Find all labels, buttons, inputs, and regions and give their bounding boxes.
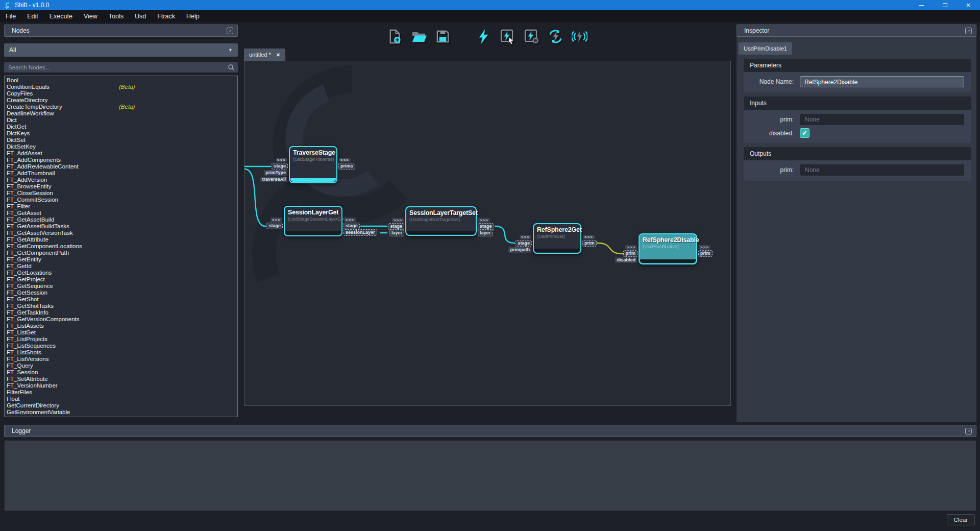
port-exec[interactable]: >>> bbox=[478, 218, 490, 223]
port-stage[interactable]: stage bbox=[478, 224, 494, 229]
port-traverseAll[interactable]: traverseAll bbox=[260, 177, 287, 182]
node-list-item[interactable]: CopyFiles bbox=[5, 90, 237, 97]
node-list-item[interactable]: FT_AddAsset bbox=[5, 150, 237, 157]
node-list-item[interactable]: FT_CloseSession bbox=[5, 190, 237, 197]
node-list-item[interactable]: Float bbox=[5, 396, 237, 402]
close-button[interactable]: ✕ bbox=[957, 0, 980, 10]
node-list-item[interactable]: DictSetKey bbox=[5, 143, 237, 150]
menu-item-edit[interactable]: Edit bbox=[21, 10, 44, 22]
node-list-item[interactable]: FT_GetAssetBuild bbox=[5, 216, 237, 223]
port-prim[interactable]: prim bbox=[624, 251, 637, 256]
node-list-item[interactable]: FT_CommitSession bbox=[5, 197, 237, 203]
node-graph-canvas[interactable]: TraverseStage(UsdStageTraverse)>>>stagep… bbox=[244, 61, 731, 406]
port-primType[interactable]: primType bbox=[264, 170, 287, 176]
node-list-item[interactable]: FT_GetLocations bbox=[5, 270, 237, 276]
port-stage[interactable]: stage bbox=[516, 240, 531, 246]
port-layer[interactable]: layer bbox=[390, 230, 404, 236]
node-list-item[interactable]: FilterFiles bbox=[5, 389, 237, 396]
menu-item-help[interactable]: Help bbox=[181, 10, 205, 22]
node-list-item[interactable]: DictGet bbox=[5, 124, 237, 130]
node-list-item[interactable]: FT_Query bbox=[5, 363, 237, 369]
node-list-item[interactable]: Dict bbox=[5, 117, 237, 124]
clear-log-button[interactable]: Clear bbox=[947, 514, 975, 525]
port-stage[interactable]: stage bbox=[267, 223, 282, 229]
node-list-item[interactable]: FT_GetEntity bbox=[5, 256, 237, 263]
undock-icon[interactable]: ↗ bbox=[965, 428, 972, 435]
graph-node-SessionLayerGet[interactable]: SessionLayerGet(UsdStageSessionLayerGet)… bbox=[284, 206, 342, 236]
node-list-item[interactable]: FT_GetShotTasks bbox=[5, 303, 237, 309]
port-layer[interactable]: layer bbox=[478, 230, 492, 236]
node-list-item[interactable]: FT_AddVersion bbox=[5, 177, 237, 183]
menu-item-ftrack[interactable]: Ftrack bbox=[152, 10, 181, 22]
execute-selected-icon[interactable] bbox=[498, 27, 517, 46]
node-list-item[interactable]: FT_ListAssets bbox=[5, 323, 237, 329]
undock-icon[interactable]: ↗ bbox=[965, 28, 972, 34]
port-exec[interactable]: >>> bbox=[625, 245, 637, 250]
port-prims[interactable]: prims bbox=[339, 163, 355, 169]
graph-node-RefSphere2Get[interactable]: RefSphere2Get(UsdPrimGet)>>>stageprimpat… bbox=[533, 223, 581, 254]
undock-icon[interactable]: ↗ bbox=[227, 28, 233, 34]
port-primpath[interactable]: primpath bbox=[508, 247, 531, 253]
node-list-item[interactable]: FT_ListSequences bbox=[5, 343, 237, 349]
node-list-item[interactable]: FT_AddThumbnail bbox=[5, 170, 237, 177]
open-graph-icon[interactable] bbox=[409, 27, 428, 46]
inspector-node-tab[interactable]: UsdPrimDisable1 bbox=[739, 42, 792, 55]
node-list-item[interactable]: FT_GetAttribute bbox=[5, 236, 237, 243]
menu-item-execute[interactable]: Execute bbox=[44, 10, 78, 22]
port-exec[interactable]: >>> bbox=[699, 245, 710, 250]
tab-untitled[interactable]: untitled * ✕ bbox=[244, 49, 285, 61]
node-list-item[interactable]: FT_ListGet bbox=[5, 329, 237, 336]
minimize-button[interactable] bbox=[910, 0, 933, 10]
graph-node-RefSphere2Disable[interactable]: RefSphere2Disable(UsdPrimDisable)>>>prim… bbox=[639, 233, 697, 264]
node-list-item[interactable]: DictSet bbox=[5, 137, 237, 143]
node-list-item[interactable]: DeadlineWorkflow bbox=[5, 110, 237, 117]
port-exec[interactable]: >>> bbox=[339, 158, 351, 162]
menu-item-view[interactable]: View bbox=[78, 10, 103, 22]
menu-item-usd[interactable]: Usd bbox=[129, 10, 152, 22]
node-list-item[interactable]: ConditionEquals(Beta) bbox=[5, 84, 237, 90]
node-list-item[interactable]: FT_AddReviewableContent bbox=[5, 163, 237, 170]
node-list-item[interactable]: CreateDirectory bbox=[5, 97, 237, 104]
node-list-item[interactable]: FT_GetProject bbox=[5, 276, 237, 283]
node-list-item[interactable]: FT_GetTaskInfo bbox=[5, 309, 237, 316]
node-list-item[interactable]: FT_ListShots bbox=[5, 349, 237, 356]
node-list-item[interactable]: FT_GetSession bbox=[5, 289, 237, 296]
node-list-item[interactable]: FT_GetComponentLocations bbox=[5, 243, 237, 250]
execute-live-icon[interactable] bbox=[570, 27, 589, 46]
menu-item-tools[interactable]: Tools bbox=[103, 10, 129, 22]
graph-node-TraverseStage[interactable]: TraverseStage(UsdStageTraverse)>>>stagep… bbox=[289, 146, 337, 183]
node-list-item[interactable]: FT_AddComponents bbox=[5, 157, 237, 163]
port-prim[interactable]: prim bbox=[583, 240, 596, 246]
disabled-checkbox[interactable]: ✓ bbox=[800, 128, 810, 138]
node-list-item[interactable]: GetEnvironmentVariable bbox=[5, 409, 237, 416]
node-list-item[interactable]: GetCurrentDirectory bbox=[5, 402, 237, 409]
execute-graph-icon[interactable] bbox=[474, 27, 493, 46]
node-list-item[interactable]: FT_ListProjects bbox=[5, 336, 237, 343]
port-exec[interactable]: >>> bbox=[392, 218, 404, 223]
execute-after-node-icon[interactable] bbox=[522, 27, 541, 46]
port-exec[interactable]: >>> bbox=[271, 218, 282, 222]
node-list-item[interactable]: FT_GetAsset bbox=[5, 210, 237, 216]
node-list-item[interactable]: FT_GetSequence bbox=[5, 283, 237, 289]
port-exec[interactable]: >>> bbox=[583, 235, 595, 239]
node-list-item[interactable]: FT_Filter bbox=[5, 203, 237, 210]
port-prim[interactable]: prim bbox=[699, 251, 712, 256]
port-disabled[interactable]: disabled bbox=[615, 257, 637, 263]
node-list-item[interactable]: FT_GetVersionComponents bbox=[5, 316, 237, 323]
port-sessionLayer[interactable]: sessionLayer bbox=[344, 230, 377, 235]
node-list-item[interactable]: FT_VersionNumber bbox=[5, 382, 237, 389]
node-list-item[interactable]: FT_GetComponentPath bbox=[5, 250, 237, 256]
node-list-item[interactable]: FT_BrowseEntity bbox=[5, 183, 237, 190]
node-filter-dropdown[interactable]: All ▼ bbox=[4, 43, 238, 57]
node-list-item[interactable]: FT_GetId bbox=[5, 263, 237, 270]
maximize-button[interactable] bbox=[933, 0, 957, 10]
graph-node-SessionLayerTargetSet[interactable]: SessionLayerTargetSet(UsdStageEditTarget… bbox=[405, 206, 477, 236]
port-exec[interactable]: >>> bbox=[276, 158, 287, 162]
node-list-item[interactable]: FT_SetAttribute bbox=[5, 376, 237, 382]
node-list-item[interactable]: FT_Session bbox=[5, 369, 237, 376]
port-stage[interactable]: stage bbox=[272, 163, 287, 169]
node-list-item[interactable]: FT_GetAssetVersionTask bbox=[5, 230, 237, 236]
port-exec[interactable]: >>> bbox=[520, 235, 531, 239]
search-input[interactable] bbox=[4, 62, 238, 73]
node-list-item[interactable]: DictKeys bbox=[5, 130, 237, 137]
